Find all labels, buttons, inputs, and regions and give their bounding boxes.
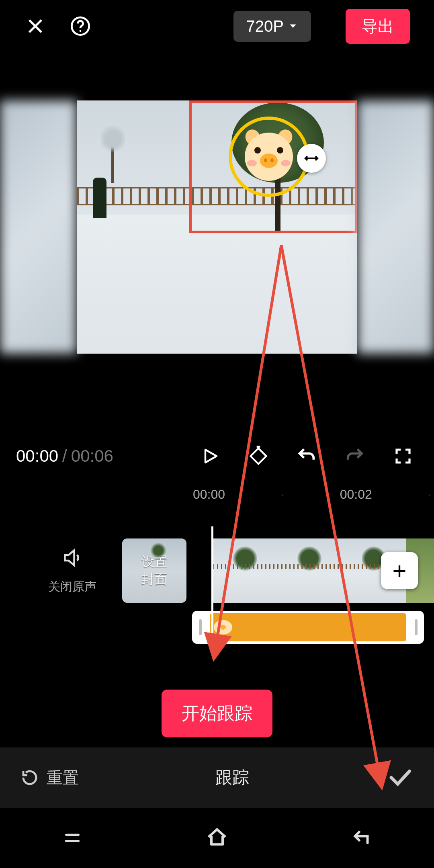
ruler-mark: 00:00 [193, 487, 225, 502]
resize-handle-icon[interactable] [297, 144, 326, 173]
panel-bottom-bar: 重置 跟踪 [0, 747, 434, 808]
nav-menu-icon[interactable] [56, 826, 88, 850]
add-clip-button[interactable]: + [381, 552, 418, 589]
reset-icon [20, 768, 39, 787]
mute-audio-button[interactable]: 关闭原声 [48, 547, 96, 595]
svg-point-1 [80, 30, 82, 32]
sticker-selection-circle[interactable] [229, 117, 309, 197]
mute-label: 关闭原声 [48, 579, 96, 595]
panel-title: 跟踪 [79, 766, 386, 789]
video-preview[interactable] [0, 100, 434, 354]
ruler-dot: · [428, 490, 431, 499]
start-tracking-button[interactable]: 开始跟踪 [162, 690, 272, 737]
pig-sticker-icon [214, 620, 232, 635]
check-icon [387, 765, 413, 790]
reset-label: 重置 [47, 767, 79, 789]
total-time: 00:06 [71, 446, 113, 466]
play-icon[interactable] [199, 445, 221, 467]
set-cover-button[interactable]: 设置 封面 [122, 538, 186, 603]
keyframe-icon[interactable] [248, 445, 269, 467]
nav-home-icon[interactable] [201, 826, 233, 850]
redo-icon[interactable] [344, 445, 366, 467]
time-separator: / [62, 446, 67, 466]
preview-main[interactable] [77, 100, 357, 354]
sticker-clip-body[interactable] [210, 613, 406, 641]
preview-blur-right [357, 100, 434, 354]
system-nav-bar [0, 808, 434, 868]
ruler-dot: · [281, 490, 284, 499]
playback-bar: 00:00 / 00:06 [0, 430, 434, 482]
pig-sticker[interactable] [241, 129, 297, 185]
cover-label-2: 封面 [141, 571, 167, 588]
sticker-track-clip[interactable] [192, 611, 424, 644]
ruler-mark: 00:02 [340, 487, 372, 502]
reset-button[interactable]: 重置 [20, 767, 79, 789]
undo-icon[interactable] [296, 445, 317, 467]
confirm-button[interactable] [386, 764, 414, 792]
preview-blur-left [0, 100, 77, 354]
resolution-button[interactable]: 720P [233, 11, 311, 42]
clip-thumb[interactable] [277, 538, 342, 603]
playhead[interactable] [211, 526, 213, 635]
timeline[interactable]: 关闭原声 设置 封面 + [0, 526, 434, 635]
nav-back-icon[interactable] [346, 826, 378, 850]
export-button[interactable]: 导出 [346, 9, 410, 44]
action-area: 开始跟踪 [0, 679, 434, 747]
resolution-label: 720P [246, 17, 284, 35]
fullscreen-icon[interactable] [392, 445, 414, 467]
timeline-ruler: 00:00 · 00:02 · [0, 482, 434, 506]
clip-thumb[interactable] [213, 538, 277, 603]
top-toolbar: 720P 导出 [0, 0, 434, 52]
clip-handle-right[interactable] [408, 615, 424, 639]
speaker-icon [61, 547, 84, 569]
close-icon[interactable] [24, 15, 47, 37]
clip-handle-left[interactable] [192, 615, 208, 639]
help-icon[interactable] [69, 15, 92, 37]
chevron-down-icon [288, 21, 298, 31]
current-time: 00:00 [16, 446, 58, 466]
